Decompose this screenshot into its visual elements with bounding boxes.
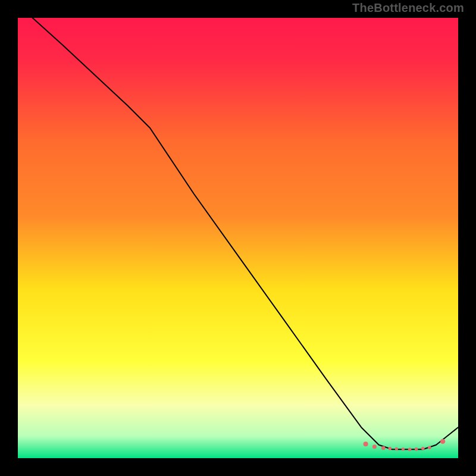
data-marker bbox=[402, 447, 405, 450]
data-marker bbox=[440, 439, 445, 444]
chart-frame: TheBottleneck.com bbox=[0, 0, 476, 476]
data-marker bbox=[389, 447, 392, 450]
data-marker bbox=[395, 447, 398, 450]
watermark-text: TheBottleneck.com bbox=[352, 1, 464, 15]
gradient-background bbox=[18, 18, 458, 458]
data-marker bbox=[408, 447, 412, 451]
data-marker bbox=[428, 446, 431, 449]
plot-area bbox=[18, 18, 458, 458]
data-marker bbox=[372, 444, 377, 449]
chart-svg bbox=[18, 18, 458, 458]
data-marker bbox=[364, 441, 368, 446]
data-marker bbox=[415, 447, 418, 451]
data-marker bbox=[421, 447, 425, 450]
data-marker bbox=[381, 446, 386, 450]
